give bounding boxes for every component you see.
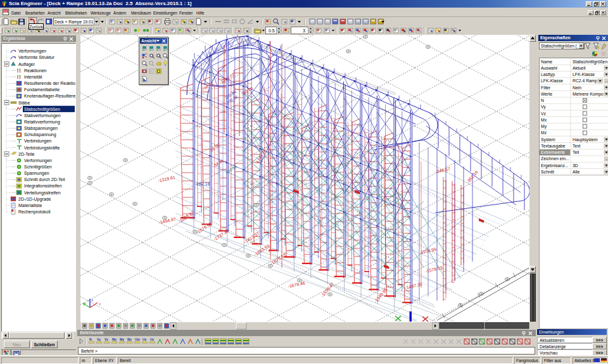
svg-text:Stäbe: Stäbe: [18, 101, 30, 105]
svg-text:Werte: Werte: [541, 91, 552, 96]
svg-text:N: N: [89, 337, 92, 341]
svg-text:162.18: 162.18: [196, 182, 210, 186]
svg-text:Vz: Vz: [541, 111, 547, 115]
svg-text:Stabspannungen: Stabspannungen: [24, 126, 58, 131]
svg-text:Integrationsstreifen: Integrationsstreifen: [24, 184, 62, 189]
svg-text:Vy: Vy: [541, 104, 546, 110]
svg-text:Intensität: Intensität: [24, 75, 42, 79]
svg-text:Verformte Struktur: Verformte Struktur: [18, 55, 54, 60]
svg-text:2D-Teile: 2D-Teile: [18, 152, 35, 156]
svg-text:3: 3: [303, 28, 305, 33]
svg-text:Nein: Nein: [573, 85, 581, 89]
svg-text:Name: Name: [541, 59, 552, 63]
svg-text:Ergebnisanz...: Ergebnisanz...: [541, 163, 569, 168]
svg-text:Textausgabe: Textausgabe: [541, 143, 566, 148]
svg-text:Verbindungen: Verbindungen: [24, 139, 51, 144]
svg-text:x: x: [99, 302, 101, 306]
svg-text:Lasttyp: Lasttyp: [541, 72, 555, 77]
svg-text:Zeichnen ein...: Zeichnen ein...: [541, 156, 569, 161]
svg-text:Fundamenttabelle: Fundamenttabelle: [24, 87, 60, 92]
svg-text:Verformungen: Verformungen: [24, 158, 52, 163]
svg-text:Resultierende der Reaktionen: Resultierende der Reaktionen: [24, 81, 76, 85]
svg-text:My: My: [541, 124, 547, 129]
svg-text:LFK-Klasse: LFK-Klasse: [541, 78, 563, 83]
svg-text:Um: Um: [135, 337, 141, 341]
svg-text:Text: Text: [573, 143, 581, 147]
svg-text:My: My: [120, 337, 124, 341]
svg-text:Aktuell: Aktuell: [573, 65, 586, 70]
svg-text:Alle: Alle: [573, 169, 580, 173]
svg-text:Relativverformung: Relativverformung: [24, 120, 60, 125]
svg-text:Mz: Mz: [541, 130, 547, 135]
svg-text:Verformungen: Verformungen: [18, 49, 46, 54]
svg-text:Schnittgrößen: Schnittgrößen: [24, 165, 52, 170]
svg-text:Auswahl: Auswahl: [541, 65, 557, 70]
svg-text:Reaktionen: Reaktionen: [24, 68, 47, 73]
svg-text:Deck + Rampe 19.01: Deck + Rampe 19.01: [54, 20, 94, 25]
svg-text:Filter: Filter: [541, 85, 551, 89]
svg-text:Schubspannung: Schubspannung: [24, 132, 56, 137]
svg-text:Spannungen: Spannungen: [24, 171, 49, 176]
svg-text:z: z: [91, 298, 93, 302]
svg-text:Auflager: Auflager: [18, 62, 35, 67]
svg-text:Rechenprotokoll: Rechenprotokoll: [18, 210, 51, 215]
svg-text:Mehrere Kompo: Mehrere Kompo: [573, 91, 604, 96]
svg-text:Hauptsystem: Hauptsystem: [573, 137, 598, 142]
svg-text:Materialliste: Materialliste: [18, 203, 42, 208]
svg-text:Knotenauflager-Resultierend: Knotenauflager-Resultierend: [24, 94, 76, 99]
svg-text:My: My: [127, 337, 132, 341]
svg-text:0.5: 0.5: [269, 28, 275, 33]
svg-text:Stabschnittgrößen: Stabschnittgrößen: [573, 59, 607, 64]
svg-text:3D: 3D: [573, 163, 578, 167]
svg-text:Vz: Vz: [104, 337, 108, 341]
svg-text:Uz: Uz: [150, 337, 155, 341]
svg-text:My: My: [112, 337, 117, 341]
svg-text:Schnitt durch 2D-Teil: Schnitt durch 2D-Teil: [24, 177, 65, 182]
svg-text:Vy: Vy: [97, 337, 101, 341]
svg-text:Stabschnittgrößen: Stabschnittgrößen: [24, 107, 60, 112]
svg-text:Schnitt: Schnitt: [541, 169, 554, 173]
svg-text:Stabverformungen: Stabverformungen: [24, 113, 61, 118]
svg-text:System: System: [541, 137, 555, 142]
svg-text:Teil: Teil: [573, 150, 580, 154]
svg-text:Mx: Mx: [541, 117, 547, 122]
svg-text:Verteilungsstreifen: Verteilungsstreifen: [24, 191, 61, 196]
svg-text:Uv: Uv: [142, 337, 147, 341]
svg-text:Verbindungskräfte: Verbindungskräfte: [24, 146, 60, 151]
svg-text:LFK-Klasse: LFK-Klasse: [573, 72, 595, 77]
svg-text:Extremwerte: Extremwerte: [541, 150, 565, 154]
svg-text:RC2.4 Rampe: RC2.4 Rampe: [573, 78, 600, 84]
svg-text:...: ...: [605, 78, 608, 82]
svg-text:N: N: [541, 98, 544, 103]
svg-text:2D-/1D-Upgrade: 2D-/1D-Upgrade: [18, 197, 51, 202]
svg-text:...: ...: [605, 156, 608, 160]
